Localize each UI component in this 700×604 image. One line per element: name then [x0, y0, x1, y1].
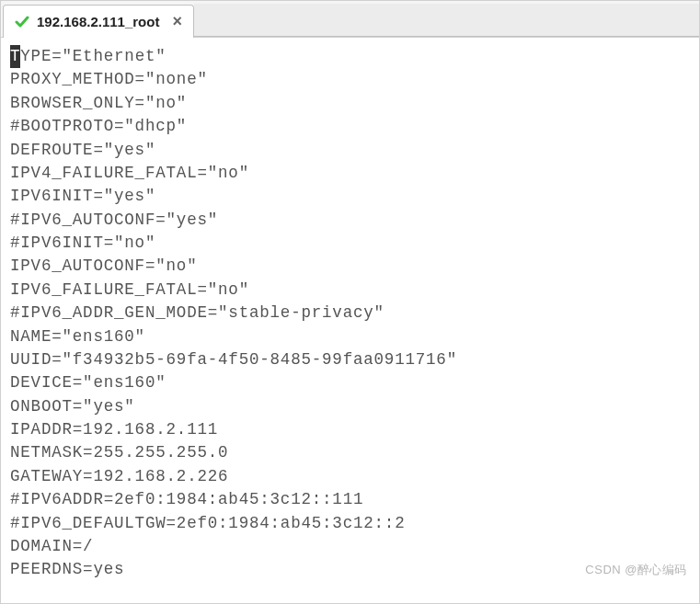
config-text: YPE="Ethernet" [20, 47, 166, 65]
config-line: IPV6_AUTOCONF="no" [10, 255, 690, 278]
tab-bar: 192.168.2.111_root × [1, 1, 699, 38]
editor-content[interactable]: TYPE="Ethernet" PROXY_METHOD="none" BROW… [1, 38, 699, 591]
config-line: ONBOOT="yes" [10, 395, 690, 418]
config-line: IPV6INIT="yes" [10, 185, 690, 208]
config-line: GATEWAY=192.168.2.226 [10, 465, 690, 488]
config-line: DOMAIN=/ [10, 535, 690, 558]
tab-title: 192.168.2.111_root [37, 14, 159, 29]
config-line: #BOOTPROTO="dhcp" [10, 115, 690, 138]
text-cursor: T [10, 45, 20, 68]
close-icon[interactable]: × [172, 13, 182, 31]
config-line: #IPV6_DEFAULTGW=2ef0:1984:ab45:3c12::2 [10, 512, 690, 535]
config-line: #IPV6_AUTOCONF="yes" [10, 209, 690, 232]
tab-bar-spacer [194, 4, 699, 37]
config-line: #IPV6INIT="no" [10, 232, 690, 255]
config-line: DEVICE="ens160" [10, 371, 690, 394]
config-line: UUID="f34932b5-69fa-4f50-8485-99faa09117… [10, 348, 690, 371]
config-line: IPV4_FAILURE_FATAL="no" [10, 162, 690, 185]
editor-window: 192.168.2.111_root × TYPE="Ethernet" PRO… [0, 0, 700, 604]
config-line: PEERDNS=yes [10, 558, 690, 581]
config-line: NETMASK=255.255.255.0 [10, 441, 690, 464]
config-line: #IPV6ADDR=2ef0:1984:ab45:3c12::111 [10, 488, 690, 511]
config-line: IPV6_FAILURE_FATAL="no" [10, 279, 690, 302]
checkmark-icon [15, 15, 29, 29]
tab-active[interactable]: 192.168.2.111_root × [3, 5, 194, 38]
config-line: TYPE="Ethernet" [10, 45, 690, 68]
config-line: NAME="ens160" [10, 325, 690, 348]
config-line: #IPV6_ADDR_GEN_MODE="stable-privacy" [10, 302, 690, 325]
config-line: IPADDR=192.168.2.111 [10, 418, 690, 441]
config-line: BROWSER_ONLY="no" [10, 92, 690, 115]
config-line: PROXY_METHOD="none" [10, 68, 690, 91]
config-line: DEFROUTE="yes" [10, 139, 690, 162]
